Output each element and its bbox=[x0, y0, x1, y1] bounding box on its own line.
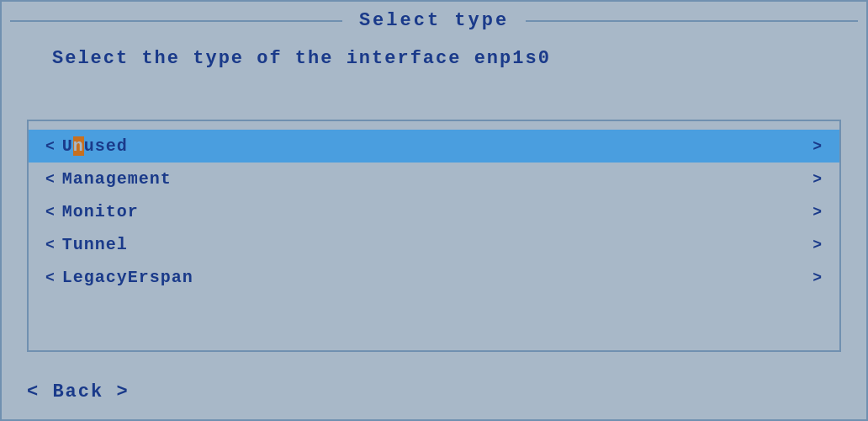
right-arrow-legacyerspan: > bbox=[812, 269, 823, 286]
list-item-monitor-label: Monitor bbox=[62, 202, 139, 221]
right-arrow-unused: > bbox=[812, 138, 823, 155]
list-item-legacyerspan-label: LegacyErspan bbox=[62, 268, 193, 287]
list-item-unused-label: Unused bbox=[62, 136, 128, 156]
left-arrow-management: < bbox=[45, 171, 56, 188]
left-arrow-legacyerspan: < bbox=[45, 269, 56, 286]
back-button[interactable]: < Back > bbox=[27, 381, 130, 402]
page-title: Select type bbox=[351, 10, 517, 31]
title-line-left bbox=[10, 20, 342, 22]
subtitle-text: Select the type of the interface enp1s0 bbox=[52, 48, 551, 69]
list-item-unused[interactable]: < Unused > bbox=[29, 130, 839, 163]
list-item-legacyerspan[interactable]: < LegacyErspan > bbox=[29, 261, 839, 294]
left-arrow-monitor: < bbox=[45, 204, 56, 221]
highlighted-char-unused: n bbox=[73, 136, 84, 156]
list-item-legacyerspan-left: < LegacyErspan bbox=[45, 268, 193, 287]
list-item-management-label: Management bbox=[62, 169, 172, 189]
title-line-right bbox=[526, 20, 858, 22]
right-arrow-management: > bbox=[812, 171, 823, 188]
type-list: < Unused > < Management > < Monitor > < bbox=[27, 120, 841, 352]
list-item-monitor[interactable]: < Monitor > bbox=[29, 195, 839, 228]
left-arrow-tunnel: < bbox=[45, 237, 56, 253]
list-item-management[interactable]: < Management > bbox=[29, 163, 839, 195]
list-item-monitor-left: < Monitor bbox=[45, 202, 139, 221]
left-arrow-unused: < bbox=[45, 138, 56, 155]
right-arrow-monitor: > bbox=[812, 204, 823, 221]
list-item-tunnel[interactable]: < Tunnel > bbox=[29, 228, 839, 261]
main-container: Select type Select the type of the inter… bbox=[0, 0, 868, 421]
list-item-unused-left: < Unused bbox=[45, 136, 128, 156]
title-bar: Select type bbox=[2, 10, 866, 31]
right-arrow-tunnel: > bbox=[812, 237, 823, 253]
list-item-tunnel-left: < Tunnel bbox=[45, 235, 128, 254]
list-item-tunnel-label: Tunnel bbox=[62, 235, 128, 254]
list-item-management-left: < Management bbox=[45, 169, 172, 189]
